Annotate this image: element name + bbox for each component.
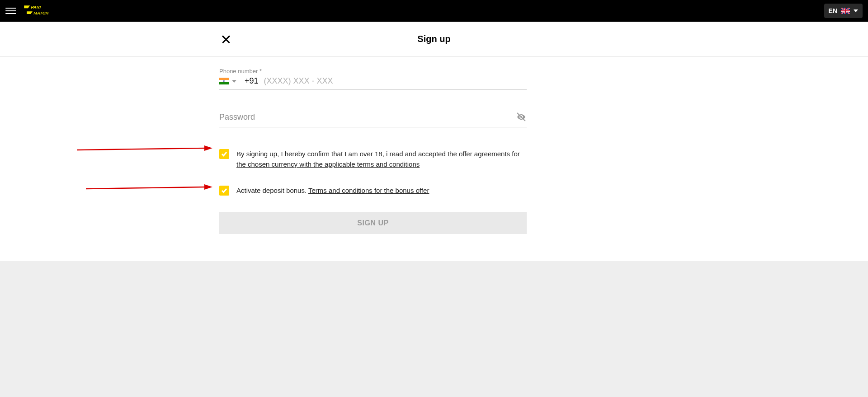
dial-code: +91 (245, 76, 259, 86)
topbar-left: PARI MATCH (5, 5, 64, 17)
close-icon[interactable] (222, 35, 231, 44)
country-code-selector[interactable] (219, 78, 236, 84)
hamburger-menu-icon[interactable] (5, 5, 16, 16)
signup-form-container: Phone number * +91 (0, 57, 868, 261)
bonus-text: Activate deposit bonus. Terms and condit… (236, 186, 429, 196)
svg-rect-8 (841, 10, 850, 11)
svg-marker-0 (24, 5, 30, 8)
phone-field: Phone number * +91 (219, 68, 527, 90)
language-code: EN (829, 7, 837, 14)
page-title: Sign up (0, 34, 868, 44)
chevron-down-icon (854, 9, 858, 12)
top-bar: PARI MATCH EN (0, 0, 868, 22)
bonus-checkbox[interactable] (219, 186, 229, 196)
toggle-password-visibility-icon[interactable] (516, 112, 527, 122)
bonus-checkbox-row: Activate deposit bonus. Terms and condit… (219, 186, 527, 196)
phone-row: +91 (219, 76, 527, 90)
india-flag-icon (219, 78, 229, 84)
terms-checkbox-row: By signing up, I hereby confirm that I a… (219, 149, 527, 169)
svg-text:MATCH: MATCH (33, 11, 48, 15)
uk-flag-icon (841, 8, 850, 14)
svg-marker-2 (27, 11, 33, 14)
signup-form: Phone number * +91 (219, 68, 527, 234)
phone-label: Phone number * (219, 68, 527, 75)
modal-title-bar: Sign up (0, 22, 868, 57)
bonus-link[interactable]: Terms and conditions for the bonus offer (308, 187, 429, 194)
terms-text: By signing up, I hereby confirm that I a… (236, 149, 527, 169)
terms-checkbox[interactable] (219, 149, 229, 159)
password-input[interactable] (219, 112, 516, 122)
password-field (219, 112, 527, 127)
svg-rect-11 (219, 82, 229, 84)
signup-button[interactable]: SIGN UP (219, 212, 527, 234)
password-row (219, 112, 527, 127)
parimatch-logo[interactable]: PARI MATCH (24, 5, 64, 17)
svg-rect-9 (219, 78, 229, 80)
language-selector[interactable]: EN (824, 4, 863, 18)
chevron-down-icon (232, 80, 236, 83)
terms-text-prefix: By signing up, I hereby confirm that I a… (236, 150, 448, 158)
svg-text:PARI: PARI (31, 5, 41, 9)
phone-input[interactable] (264, 76, 527, 86)
bonus-text-prefix: Activate deposit bonus. (236, 187, 308, 194)
